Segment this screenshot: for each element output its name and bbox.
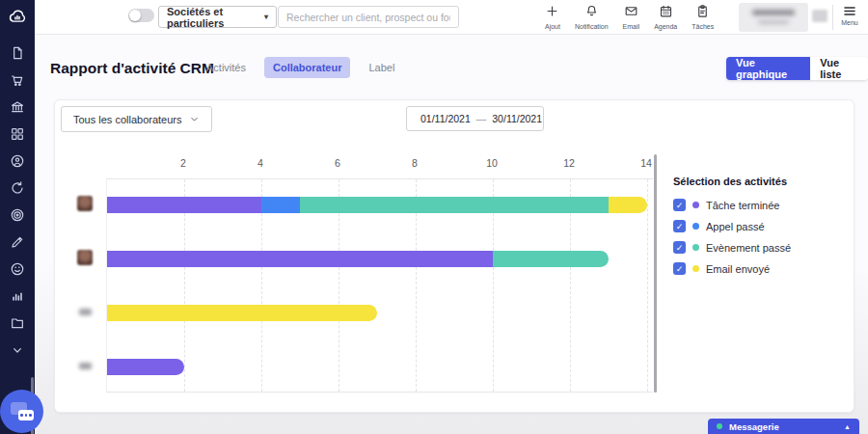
legend-checkbox[interactable]: ✓ <box>673 199 686 211</box>
x-tick-label: 14 <box>627 157 665 169</box>
x-tick-label: 12 <box>550 157 588 169</box>
messenger-label: Messagerie <box>729 421 779 432</box>
sidebar-refresh-icon[interactable] <box>10 179 26 196</box>
collaborator-select[interactable]: Tous les collaborateurs <box>61 106 212 132</box>
sidebar-user-badge-icon[interactable] <box>10 152 26 169</box>
cloud-stats-icon <box>7 7 28 28</box>
sidebar-icons <box>0 35 35 358</box>
collaborator-select-value: Tous les collaborateurs <box>73 114 182 125</box>
action-plus[interactable]: Ajout <box>545 4 560 33</box>
sidebar-chevron-down-icon[interactable] <box>10 341 26 358</box>
action-label: Agenda <box>654 23 677 30</box>
bar-segment[interactable] <box>609 197 647 213</box>
bar-segment[interactable] <box>300 197 609 213</box>
sidebar-chart-bars-icon[interactable] <box>10 287 26 304</box>
user-chip[interactable] <box>739 3 808 32</box>
topbar-divider <box>832 5 833 30</box>
x-tick-label: 4 <box>241 157 280 169</box>
caret-up-icon: ▲ <box>844 423 851 430</box>
sidebar-grid-icon[interactable] <box>10 125 26 142</box>
legend-color-dot <box>692 202 699 208</box>
action-envelope[interactable]: Email <box>623 4 640 33</box>
legend-item: ✓Tâche terminée <box>673 199 847 211</box>
user-role-redacted <box>758 20 789 24</box>
view-button[interactable]: Vue graphique <box>726 57 810 80</box>
view-switch: Vue graphiqueVue liste <box>726 57 868 80</box>
calendar-icon <box>659 4 673 22</box>
bar-segment[interactable] <box>107 359 184 375</box>
entity-filter-value: Sociétés et particuliers <box>167 6 264 29</box>
action-calendar[interactable]: Agenda <box>654 4 677 33</box>
messenger-bar[interactable]: Messagerie ▲ <box>708 419 859 434</box>
bar-segment[interactable] <box>493 251 609 267</box>
user-badge-redacted[interactable] <box>812 10 827 22</box>
chevron-down-icon <box>189 114 200 124</box>
action-label: Email <box>623 23 640 30</box>
plus-icon <box>545 4 559 22</box>
legend-label: Tâche terminée <box>706 200 779 211</box>
app-logo[interactable] <box>0 0 35 35</box>
sidebar-pencil-icon[interactable] <box>10 233 26 250</box>
legend-label: Appel passé <box>706 221 765 232</box>
collaborator-initials-redacted <box>79 363 92 369</box>
chat-widget-button[interactable] <box>0 390 43 433</box>
legend-items: ✓Tâche terminée✓Appel passé✓Evènement pa… <box>673 199 847 275</box>
legend-color-dot <box>692 265 699 272</box>
crm-app-screen: Sociétés et particuliers ▾ AjoutNotifica… <box>0 0 868 434</box>
legend-checkbox[interactable]: ✓ <box>673 262 686 275</box>
bar-segment[interactable] <box>107 305 377 321</box>
topbar: Sociétés et particuliers ▾ AjoutNotifica… <box>0 0 868 35</box>
date-separator: — <box>476 113 487 124</box>
collaborator-initials-redacted <box>79 309 92 315</box>
clipboard-icon <box>695 4 710 22</box>
activity-legend: Sélection des activités ✓Tâche terminée✓… <box>673 176 847 284</box>
bar-segment[interactable] <box>107 251 493 267</box>
bar-row-collaborator-initials-3 <box>107 305 377 321</box>
bar-row-collaborator-initials-4 <box>107 359 184 375</box>
tab-activités[interactable]: Activités <box>198 57 255 78</box>
entity-filter-select[interactable]: Sociétés et particuliers ▾ <box>158 6 277 28</box>
topbar-actions: AjoutNotificationEmailAgendaTâches <box>545 4 714 33</box>
sidebar <box>0 35 35 434</box>
action-clipboard[interactable]: Tâches <box>692 4 714 33</box>
gridline <box>647 179 648 392</box>
action-label: Notification <box>575 23 609 30</box>
chart-scrollbar[interactable] <box>654 154 657 393</box>
sidebar-bank-icon[interactable] <box>10 98 26 115</box>
bar-chart-plot <box>106 178 653 393</box>
sidebar-smiley-icon[interactable] <box>10 260 26 277</box>
action-bell[interactable]: Notification <box>575 4 609 33</box>
legend-checkbox[interactable]: ✓ <box>673 241 686 254</box>
date-to: 30/11/2021 <box>492 113 542 124</box>
menu-label: Menu <box>841 19 858 26</box>
x-axis-ticks: 2468101214 <box>0 157 868 170</box>
x-tick-label: 6 <box>318 157 357 169</box>
view-button[interactable]: Vue liste <box>810 57 868 80</box>
legend-label: Email envoyé <box>706 263 770 275</box>
caret-down-icon: ▾ <box>264 13 268 21</box>
date-range-picker[interactable]: 01/11/2021 — 30/11/2021 <box>406 106 544 131</box>
legend-checkbox[interactable]: ✓ <box>673 220 686 232</box>
page-title: Rapport d'activité CRM <box>50 60 214 77</box>
menu-button[interactable]: Menu <box>837 4 862 26</box>
action-label: Ajout <box>545 23 560 30</box>
tab-collaborateur[interactable]: Collaborateur <box>264 57 351 78</box>
sidebar-cart-icon[interactable] <box>10 71 26 88</box>
sidebar-document-icon[interactable] <box>10 44 26 61</box>
bar-row-collaborator-avatar-1 <box>107 197 647 213</box>
legend-label: Evènement passé <box>706 242 791 254</box>
search-input[interactable] <box>278 6 459 28</box>
x-tick-label: 8 <box>395 157 434 169</box>
entity-toggle[interactable] <box>128 9 154 22</box>
chat-typing-icon <box>18 410 34 420</box>
tab-label[interactable]: Label <box>360 57 403 78</box>
report-tabs: ActivitésCollaborateurLabel <box>198 57 403 78</box>
legend-item: ✓Email envoyé <box>673 262 847 275</box>
x-tick-label: 10 <box>473 157 511 169</box>
legend-item: ✓Evènement passé <box>673 241 847 254</box>
bar-segment[interactable] <box>261 197 300 213</box>
sidebar-target-icon[interactable] <box>10 206 26 223</box>
legend-color-dot <box>692 244 699 251</box>
bar-segment[interactable] <box>107 197 261 213</box>
sidebar-folder-icon[interactable] <box>10 314 26 331</box>
